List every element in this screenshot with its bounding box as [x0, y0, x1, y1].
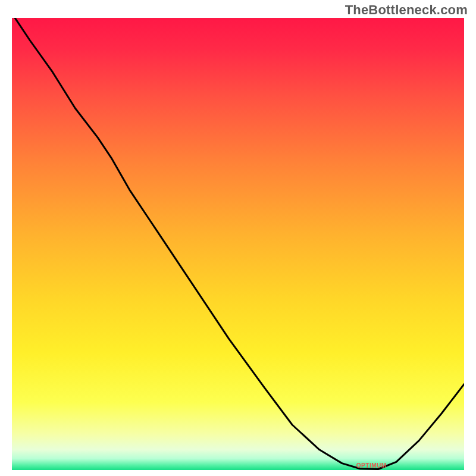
- plot-area: OPTIMUM: [12, 18, 464, 470]
- minimum-marker: OPTIMUM: [356, 462, 387, 469]
- chart-background: [12, 18, 464, 470]
- chart-svg: [12, 18, 464, 470]
- chart-container: TheBottleneck.com OPTIMUM: [0, 0, 476, 476]
- watermark-text: TheBottleneck.com: [345, 2, 468, 18]
